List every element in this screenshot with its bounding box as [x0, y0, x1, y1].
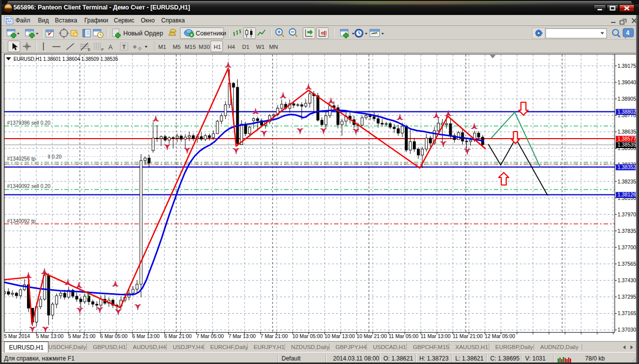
svg-text:7 Mar 21:00: 7 Mar 21:00	[261, 334, 288, 339]
svg-text:7 Mar 05:00: 7 Mar 05:00	[196, 334, 224, 339]
svg-text:10 Mar 21:00: 10 Mar 21:00	[356, 334, 387, 339]
svg-text:12 Mar 05:00: 12 Mar 05:00	[485, 334, 515, 339]
svg-text:H4: H4	[228, 44, 235, 50]
svg-text:W1: W1	[256, 44, 265, 50]
svg-text:1.38635: 1.38635	[618, 129, 636, 135]
svg-text:MN: MN	[269, 44, 278, 50]
svg-text:1.38802: 1.38802	[618, 109, 636, 115]
svg-text:1.38535: 1.38535	[618, 142, 636, 148]
svg-text:1.37430: 1.37430	[618, 278, 636, 283]
svg-text:#1379396 sell 0.20: #1379396 sell 0.20	[7, 120, 50, 126]
svg-text:H1: H1	[214, 44, 221, 50]
svg-text:1.38905: 1.38905	[618, 96, 636, 102]
svg-text:#1340092 tp: #1340092 tp	[7, 218, 36, 224]
svg-text:1.38126: 1.38126	[618, 192, 636, 197]
svg-text:D1: D1	[242, 44, 250, 50]
svg-text:T: T	[122, 44, 126, 50]
svg-text:Советники: Советники	[196, 30, 226, 37]
svg-text:ll 0.20: ll 0.20	[48, 154, 62, 160]
svg-text:1.37970: 1.37970	[618, 212, 636, 217]
svg-text:M1: M1	[158, 44, 166, 50]
svg-text:EURUSD,H1 1.38601 1.38604 1.3: EURUSD,H1 1.38601 1.38604 1.38509 1.3853…	[13, 56, 118, 62]
svg-text:1.38577: 1.38577	[618, 136, 636, 142]
svg-text:6 Mar 21:00: 6 Mar 21:00	[164, 334, 192, 339]
svg-text:5 Mar 13:00: 5 Mar 13:00	[36, 334, 63, 339]
svg-text:5 Mar 2014: 5 Mar 2014	[4, 334, 30, 339]
svg-text:1.38352: 1.38352	[618, 165, 636, 170]
svg-text:6 Mar 13:00: 6 Mar 13:00	[132, 334, 160, 339]
svg-text:1.39175: 1.39175	[618, 63, 636, 69]
svg-text:M30: M30	[199, 44, 210, 50]
svg-text:F: F	[101, 47, 104, 52]
svg-text:Новый Ордер: Новый Ордер	[123, 30, 163, 37]
svg-text:1.37835: 1.37835	[618, 228, 636, 234]
svg-text:11 Mar 21:00: 11 Mar 21:00	[453, 334, 483, 339]
svg-text:M15: M15	[185, 44, 196, 50]
svg-text:E: E	[88, 47, 90, 52]
svg-text:M5: M5	[173, 44, 181, 50]
svg-text:1.37030: 1.37030	[618, 327, 636, 333]
svg-text:6 Mar 05:00: 6 Mar 05:00	[100, 334, 128, 339]
svg-text:5 Mar 21:00: 5 Mar 21:00	[68, 334, 95, 339]
svg-text:11 Mar 13:00: 11 Mar 13:00	[421, 334, 451, 339]
svg-text:7 Mar 13:00: 7 Mar 13:00	[228, 334, 256, 339]
svg-text:1.38235: 1.38235	[618, 179, 636, 184]
svg-text:1.37565: 1.37565	[618, 261, 636, 267]
svg-text:11 Mar 05:00: 11 Mar 05:00	[388, 334, 418, 339]
svg-text:1.39040: 1.39040	[618, 80, 636, 85]
svg-text:4: 4	[626, 29, 630, 36]
svg-text:A: A	[108, 43, 113, 51]
svg-text:#1340092 sell 0.20: #1340092 sell 0.20	[7, 183, 50, 189]
svg-text:1.37165: 1.37165	[618, 311, 636, 316]
svg-text:1.37295: 1.37295	[618, 294, 636, 300]
svg-text:#1340256 tp: #1340256 tp	[7, 156, 36, 162]
svg-text:1.37700: 1.37700	[618, 245, 636, 250]
svg-text:10 Mar 13:00: 10 Mar 13:00	[324, 334, 355, 339]
svg-text:10 Mar 05:00: 10 Mar 05:00	[293, 334, 323, 339]
